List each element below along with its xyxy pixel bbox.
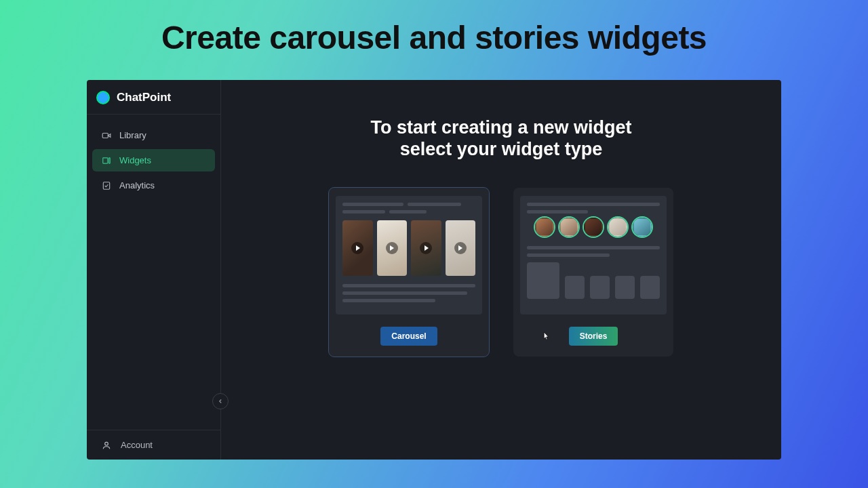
heading-line: To start creating a new widget bbox=[370, 117, 631, 138]
hero-title: Create carousel and stories widgets bbox=[0, 0, 868, 56]
play-icon bbox=[386, 242, 398, 254]
story-avatar bbox=[584, 218, 603, 237]
story-avatar bbox=[535, 218, 554, 237]
stories-preview bbox=[520, 196, 667, 314]
carousel-card[interactable]: Carousel bbox=[329, 188, 489, 357]
sidebar-item-library[interactable]: Library bbox=[92, 124, 215, 146]
sidebar-item-label: Library bbox=[119, 130, 146, 140]
carousel-preview bbox=[336, 196, 482, 314]
carousel-thumb bbox=[446, 220, 476, 276]
svg-rect-2 bbox=[109, 157, 111, 163]
main-heading: To start creating a new widget select yo… bbox=[248, 117, 754, 161]
carousel-thumbnails bbox=[342, 220, 475, 276]
story-avatar bbox=[633, 218, 652, 237]
user-icon bbox=[102, 441, 111, 450]
sidebar-item-label: Analytics bbox=[119, 180, 155, 190]
carousel-thumb bbox=[342, 220, 373, 276]
brand-logo-icon bbox=[96, 91, 110, 104]
stories-card[interactable]: Stories bbox=[513, 188, 673, 357]
heading-line: select your widget type bbox=[400, 139, 603, 159]
story-avatar bbox=[608, 218, 627, 237]
play-icon bbox=[420, 242, 432, 254]
stories-button[interactable]: Stories bbox=[569, 327, 618, 346]
placeholder-block bbox=[640, 276, 660, 299]
stories-avatars bbox=[527, 218, 660, 237]
placeholder-block bbox=[590, 276, 610, 299]
placeholder-block bbox=[615, 276, 635, 299]
widgets-icon bbox=[102, 156, 111, 165]
analytics-icon bbox=[102, 181, 111, 190]
svg-rect-0 bbox=[102, 133, 108, 138]
sidebar-nav: Library Widgets Analytics bbox=[87, 115, 220, 197]
app-window: ChatPoint Library Widgets Analytics bbox=[87, 80, 781, 460]
sidebar-item-analytics[interactable]: Analytics bbox=[92, 174, 215, 197]
story-avatar bbox=[559, 218, 578, 237]
sidebar-item-label: Widgets bbox=[119, 155, 151, 165]
sidebar: ChatPoint Library Widgets Analytics bbox=[87, 80, 221, 460]
svg-point-4 bbox=[105, 442, 108, 445]
video-icon bbox=[102, 131, 111, 140]
widget-cards: Carousel bbox=[248, 188, 754, 357]
sidebar-item-widgets[interactable]: Widgets bbox=[92, 149, 215, 171]
main-content: To start creating a new widget select yo… bbox=[221, 80, 781, 460]
carousel-thumb bbox=[411, 220, 441, 276]
carousel-button[interactable]: Carousel bbox=[380, 327, 437, 346]
play-icon bbox=[351, 242, 363, 254]
play-icon bbox=[454, 242, 467, 254]
carousel-thumb bbox=[377, 220, 408, 276]
brand: ChatPoint bbox=[87, 80, 220, 115]
brand-name: ChatPoint bbox=[117, 91, 171, 104]
sidebar-item-label: Account bbox=[121, 440, 153, 450]
svg-rect-3 bbox=[103, 182, 109, 189]
placeholder-block bbox=[565, 276, 585, 299]
svg-rect-1 bbox=[103, 157, 108, 163]
placeholder-block bbox=[527, 262, 559, 299]
sidebar-item-account[interactable]: Account bbox=[87, 430, 220, 460]
